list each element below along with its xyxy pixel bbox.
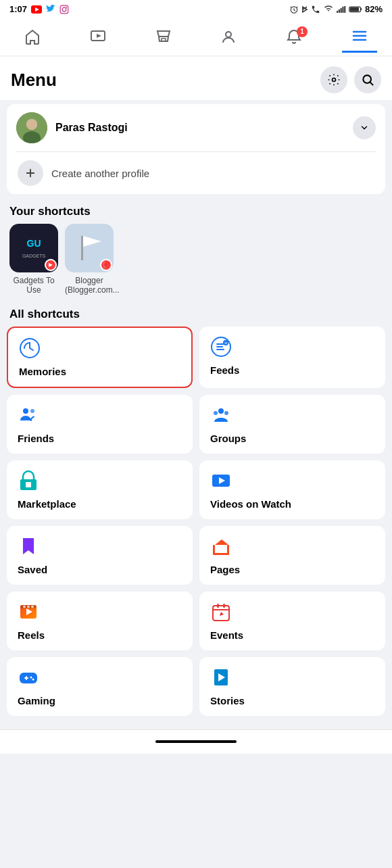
plus-symbol-icon: [24, 167, 36, 179]
svg-rect-2: [60, 5, 68, 14]
bottom-home-indicator: [155, 740, 237, 743]
gaming-icon: [18, 667, 182, 691]
shortcut-card-gaming[interactable]: Gaming: [7, 657, 193, 716]
your-shortcuts-label: Your shortcuts: [0, 198, 392, 224]
svg-point-18: [333, 78, 336, 82]
svg-point-4: [66, 6, 67, 7]
svg-point-52: [31, 605, 34, 608]
svg-marker-27: [49, 263, 53, 267]
create-profile-text: Create another profile: [51, 168, 149, 179]
videos-on-watch-label: Videos on Watch: [210, 498, 374, 510]
groups-icon: [210, 404, 374, 429]
svg-point-23: [26, 119, 37, 130]
nav-item-marketplace[interactable]: [146, 25, 181, 52]
shortcut-card-videos-on-watch[interactable]: Videos on Watch: [199, 460, 385, 519]
shortcut-card-groups[interactable]: Groups: [199, 395, 385, 454]
gadgets-label: Gadgets To Use: [9, 276, 58, 295]
svg-rect-13: [350, 7, 359, 11]
saved-icon: [18, 535, 182, 560]
search-button[interactable]: [354, 66, 381, 93]
svg-marker-56: [220, 612, 224, 616]
profile-icon: [220, 29, 237, 45]
marketplace-nav-icon: [155, 29, 172, 45]
create-profile-row[interactable]: Create another profile: [16, 151, 376, 186]
settings-button[interactable]: [320, 66, 347, 93]
shortcut-card-events[interactable]: Events: [199, 592, 385, 650]
nav-item-home[interactable]: [15, 25, 50, 52]
gadgets-badge: [45, 259, 57, 271]
videos-on-watch-icon: [210, 470, 374, 494]
memories-label: Memories: [19, 366, 180, 377]
menu-actions: [320, 66, 381, 93]
shortcut-blogger[interactable]: 🚩 Blogger (Blogger.com...: [65, 224, 114, 295]
hamburger-icon: [351, 28, 368, 44]
nav-item-menu[interactable]: [342, 24, 377, 53]
svg-text:≡: ≡: [224, 341, 227, 345]
feeds-label: Feeds: [210, 364, 374, 376]
svg-rect-55: [223, 604, 225, 608]
pages-icon: [210, 535, 374, 560]
svg-rect-44: [213, 545, 215, 554]
stories-label: Stories: [210, 695, 374, 706]
shortcut-card-feeds[interactable]: ≡ Feeds: [199, 327, 385, 388]
shortcut-card-saved[interactable]: Saved: [7, 526, 193, 585]
time-display: 1:07: [9, 4, 27, 14]
nav-bar: 1: [0, 18, 392, 57]
twitter-icon: [46, 5, 55, 14]
bluetooth-icon: [301, 5, 308, 14]
svg-point-50: [23, 605, 26, 608]
profile-info: Paras Rastogi: [16, 112, 128, 143]
chevron-down-button[interactable]: [353, 116, 376, 139]
search-icon: [361, 73, 374, 87]
svg-rect-6: [337, 11, 338, 13]
shortcut-card-stories[interactable]: Stories: [199, 657, 385, 716]
avatar: [16, 112, 47, 143]
shortcut-gadgets[interactable]: GU GADGETS Gadgets To Use: [9, 224, 58, 295]
marketplace-label: Marketplace: [18, 498, 182, 510]
menu-title: Menu: [11, 70, 57, 91]
svg-rect-10: [344, 6, 345, 13]
gadgets-icon-wrap: GU GADGETS: [9, 224, 58, 272]
shortcut-card-reels[interactable]: Reels: [7, 592, 193, 650]
events-icon: [210, 601, 374, 625]
blogger-label: Blogger (Blogger.com...: [65, 276, 114, 295]
all-shortcuts-label: All shortcuts: [0, 301, 392, 327]
gear-icon: [327, 73, 341, 87]
battery-icon: [349, 5, 362, 13]
youtube-icon: [31, 5, 42, 14]
instagram-icon: [59, 5, 69, 14]
svg-text:GADGETS: GADGETS: [22, 254, 46, 258]
profile-row[interactable]: Paras Rastogi: [16, 112, 376, 143]
blogger-badge: 🚩: [100, 259, 112, 271]
watch-icon: [90, 29, 106, 45]
blogger-icon-wrap: 🚩: [65, 224, 114, 272]
nav-item-profile[interactable]: [211, 25, 246, 52]
shortcut-card-pages[interactable]: Pages: [199, 526, 385, 585]
nav-item-watch[interactable]: [80, 25, 116, 52]
blogger-img: 🚩: [65, 224, 114, 272]
status-bar: 1:07 82%: [0, 0, 392, 18]
svg-point-58: [30, 676, 32, 678]
nav-item-notifications[interactable]: 1: [276, 25, 312, 52]
svg-marker-15: [97, 34, 101, 38]
shortcut-card-friends[interactable]: Friends: [7, 395, 193, 454]
status-left: 1:07: [9, 4, 69, 14]
svg-rect-29: [81, 236, 83, 260]
bottom-bar: [0, 729, 392, 754]
events-label: Events: [210, 629, 374, 641]
reels-icon: [18, 601, 182, 625]
alarm-icon: [289, 5, 299, 14]
signal-icon: [337, 5, 346, 14]
svg-point-38: [214, 411, 218, 415]
stories-icon: [210, 667, 374, 691]
gadgets-img: GU GADGETS: [9, 224, 58, 272]
marketplace-icon: [18, 470, 182, 494]
shortcut-card-memories[interactable]: Memories: [7, 327, 193, 388]
svg-point-59: [32, 678, 34, 680]
svg-rect-12: [360, 8, 362, 10]
reels-label: Reels: [18, 629, 182, 641]
menu-header: Menu: [0, 57, 392, 100]
svg-rect-41: [26, 482, 31, 487]
shortcut-card-marketplace[interactable]: Marketplace: [7, 460, 193, 519]
friends-icon: [18, 404, 182, 429]
